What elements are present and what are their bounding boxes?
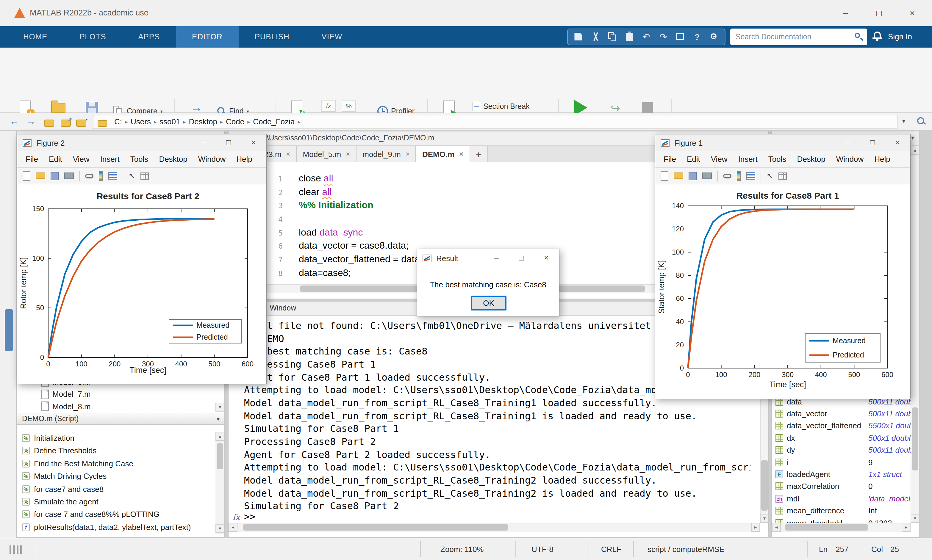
- encoding-indicator[interactable]: UTF-8: [531, 545, 553, 554]
- file-item[interactable]: Model_8.m: [17, 400, 215, 412]
- scroll-up-icon[interactable]: ▴: [910, 146, 920, 155]
- scroll-down-icon[interactable]: ▾: [216, 524, 224, 533]
- print-icon[interactable]: [64, 172, 74, 179]
- menu-help[interactable]: Help: [231, 155, 258, 163]
- editor-tab-model_9.m[interactable]: model_9.m×: [356, 146, 416, 162]
- up-folder-icon[interactable]: ↑: [44, 118, 54, 129]
- new-window-icon[interactable]: [674, 31, 686, 43]
- maximize-button[interactable]: □: [865, 0, 893, 26]
- figure1-window[interactable]: Figure 1 – □ × FileEditViewInsertToolsDe…: [655, 134, 910, 398]
- address-search-icon[interactable]: [917, 117, 926, 126]
- dialog-close-button[interactable]: ×: [534, 250, 559, 266]
- result-dialog[interactable]: Result – □ × The best matching case is: …: [417, 249, 559, 317]
- link-plot-icon[interactable]: [85, 173, 94, 178]
- insert-colorbar-icon[interactable]: [99, 171, 103, 180]
- menu-desktop[interactable]: Desktop: [154, 155, 193, 163]
- outline-item[interactable]: %Define Thresholds: [17, 445, 215, 457]
- minimize-button[interactable]: –: [832, 0, 860, 26]
- breadcrumb-segment[interactable]: C:: [111, 115, 125, 128]
- figure-close-button[interactable]: ×: [885, 134, 910, 151]
- figure-minimize-button[interactable]: –: [191, 134, 216, 151]
- pointer-icon[interactable]: ↖: [767, 171, 773, 180]
- new-tab-button[interactable]: +: [470, 146, 488, 162]
- workspace-row[interactable]: mean_threshold0.1392: [772, 517, 910, 523]
- menu-view[interactable]: View: [68, 155, 95, 163]
- command-prompt[interactable]: >>: [244, 511, 256, 522]
- link-plot-icon[interactable]: [723, 173, 732, 178]
- figure-maximize-button[interactable]: □: [860, 134, 885, 151]
- figure-minimize-button[interactable]: –: [835, 134, 860, 151]
- figure2-window[interactable]: Figure 2 – □ × FileEditViewInsertToolsDe…: [17, 134, 267, 384]
- ribbon-tab-editor[interactable]: EDITOR: [176, 26, 239, 48]
- scroll-left-icon[interactable]: ◂: [228, 523, 237, 532]
- search-folder-icon[interactable]: •: [76, 118, 86, 129]
- close-tab-icon[interactable]: ×: [346, 150, 350, 158]
- zoom-level[interactable]: Zoom: 110%: [441, 545, 484, 554]
- close-tab-icon[interactable]: ×: [459, 150, 463, 158]
- editor-tab-DEMO.m[interactable]: DEMO.m×: [416, 146, 470, 162]
- workspace-row[interactable]: maxCorrelation0: [772, 481, 910, 493]
- breadcrumb-field[interactable]: C:▸Users▸sso01▸Desktop▸Code▸Code_Fozia▸: [93, 115, 898, 129]
- open-icon[interactable]: [674, 172, 683, 179]
- breadcrumb-segment[interactable]: Code_Fozia: [250, 115, 297, 128]
- redo-icon[interactable]: ↷: [657, 31, 669, 43]
- close-button[interactable]: ×: [899, 0, 926, 26]
- insert-legend-icon[interactable]: [746, 172, 755, 180]
- workspace-vscrollbar-thumb[interactable]: [912, 408, 918, 471]
- menu-edit[interactable]: Edit: [43, 155, 68, 163]
- menu-file[interactable]: File: [658, 155, 681, 163]
- data-tips-icon[interactable]: [778, 172, 787, 179]
- fx-icon[interactable]: fx: [233, 513, 240, 522]
- breadcrumb-segment[interactable]: Users: [128, 115, 154, 128]
- left-scrollbar-thumb[interactable]: [5, 309, 13, 351]
- ribbon-tab-home[interactable]: HOME: [7, 26, 63, 48]
- ribbon-tab-apps[interactable]: APPS: [122, 26, 176, 48]
- menu-help[interactable]: Help: [869, 155, 896, 163]
- address-dropdown-icon[interactable]: ▾: [902, 118, 905, 124]
- search-documentation-box[interactable]: Search Documentation: [730, 29, 867, 45]
- community-icon[interactable]: [708, 31, 720, 43]
- dialog-maximize-button[interactable]: □: [509, 250, 534, 266]
- outline-scrollbar-thumb[interactable]: [217, 443, 223, 469]
- workspace-row[interactable]: dy500x11 double: [772, 444, 910, 456]
- menu-desktop[interactable]: Desktop: [792, 155, 830, 163]
- notifications-bell-icon[interactable]: [872, 32, 882, 41]
- workspace-row[interactable]: data_vector_flattened5500x1 double: [772, 420, 910, 432]
- ribbon-tab-view[interactable]: VIEW: [306, 26, 359, 48]
- scroll-down-icon[interactable]: ▾: [760, 514, 769, 523]
- scroll-right-icon[interactable]: ▸: [902, 523, 910, 532]
- insert-legend-icon[interactable]: [108, 172, 117, 180]
- menu-insert[interactable]: Insert: [95, 155, 125, 163]
- scroll-up-icon[interactable]: ▴: [216, 432, 224, 441]
- eol-indicator[interactable]: CRLF: [601, 545, 621, 554]
- menu-tools[interactable]: Tools: [763, 155, 792, 163]
- insert-colorbar-icon[interactable]: [737, 171, 741, 180]
- scroll-right-icon[interactable]: ▸: [751, 523, 760, 532]
- open-icon[interactable]: [36, 172, 45, 179]
- details-header[interactable]: DEMO.m (Script) ▾: [17, 413, 224, 425]
- menu-tools[interactable]: Tools: [125, 155, 154, 163]
- close-tab-icon[interactable]: ×: [405, 150, 410, 158]
- print-icon[interactable]: [702, 172, 712, 179]
- save-icon[interactable]: [51, 172, 59, 180]
- dialog-minimize-button[interactable]: –: [484, 250, 509, 266]
- dialog-titlebar[interactable]: Result – □ ×: [417, 249, 559, 267]
- copy-icon[interactable]: [607, 31, 618, 43]
- outline-item[interactable]: fplotResults(data1, data2, ylabelText, p…: [17, 521, 215, 534]
- figure-close-button[interactable]: ×: [241, 134, 266, 151]
- outline-item[interactable]: %Simulate the agent: [17, 495, 215, 508]
- search-icon[interactable]: [854, 32, 863, 41]
- workspace-row[interactable]: EloadedAgent1x1 struct: [772, 468, 910, 481]
- menu-view[interactable]: View: [706, 155, 733, 163]
- forward-icon[interactable]: →: [26, 116, 36, 127]
- close-tab-icon[interactable]: ×: [286, 150, 290, 158]
- outline-item[interactable]: %Find the Best Matching Case: [17, 457, 215, 470]
- breadcrumb-segment[interactable]: sso01: [157, 115, 183, 128]
- paste-icon[interactable]: [624, 31, 635, 43]
- menu-insert[interactable]: Insert: [733, 155, 763, 163]
- outline-item[interactable]: %for case 7 and case8%% pLOTTING: [17, 508, 215, 521]
- outline-item[interactable]: %for case7 and case8: [17, 483, 215, 495]
- ribbon-tab-publish[interactable]: PUBLISH: [239, 26, 306, 48]
- editor-tab-Model_5.m[interactable]: Model_5.m×: [297, 146, 357, 162]
- workspace-menu-icon[interactable]: ▾: [911, 134, 914, 141]
